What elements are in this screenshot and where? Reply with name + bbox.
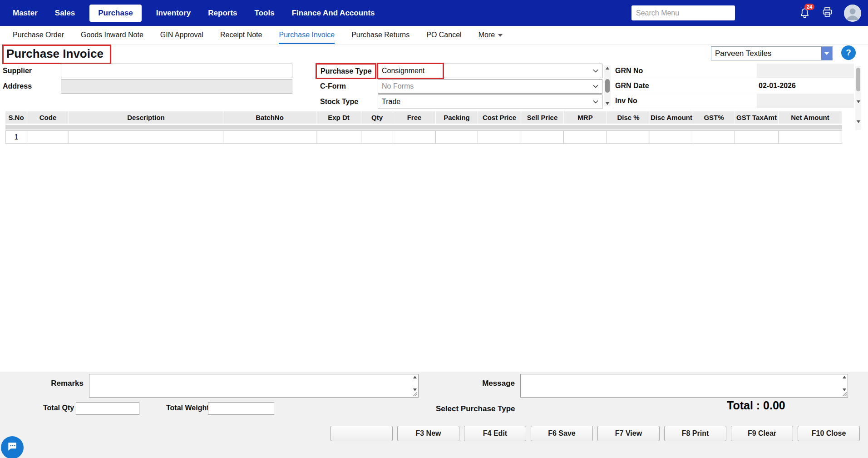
f7-view-button[interactable]: F7 View (597, 426, 660, 441)
grn-date-label: GRN Date (612, 79, 757, 93)
subnav-item-purchase-returns[interactable]: Purchase Returns (351, 26, 409, 44)
nav-item-inventory[interactable]: Inventory (156, 9, 191, 18)
col-header-gst-pct: GST% (693, 111, 735, 124)
cell-sell-price[interactable] (521, 130, 564, 144)
f9-clear-button[interactable]: F9 Clear (731, 426, 793, 441)
cell-code[interactable] (27, 130, 69, 144)
right-panel-scrollbar[interactable] (855, 66, 861, 130)
company-select[interactable]: Parveen Textiles (711, 46, 833, 60)
footer-panel: Remarks Message Total Qty Total Weight S… (0, 372, 868, 458)
scrollbar-thumb[interactable] (856, 68, 860, 91)
f3-new-button[interactable]: F3 New (397, 426, 459, 441)
scroll-down-icon[interactable] (843, 388, 846, 391)
cell-net-amount[interactable] (779, 130, 842, 144)
grn-date-value[interactable]: 02-01-2026 (757, 79, 854, 93)
subnav-item-goods-inward-note[interactable]: Goods Inward Note (81, 26, 143, 44)
scroll-up-icon[interactable] (606, 67, 609, 70)
col-header-disc-amount: Disc Amount (650, 111, 693, 124)
col-header-disc-pct: Disc % (607, 111, 650, 124)
total-qty-label: Total Qty (43, 404, 74, 412)
stock-type-select[interactable]: Trade (378, 95, 602, 109)
select-chevron-icon (593, 70, 598, 73)
f4-edit-button[interactable]: F4 Edit (464, 426, 526, 441)
cell-disc-pct[interactable] (607, 130, 650, 144)
company-dropdown-button[interactable] (821, 47, 832, 60)
invoice-form: Supplier Address Purchase Type Consignme… (0, 63, 868, 111)
avatar[interactable] (844, 5, 861, 22)
subnav-item-gin-approval[interactable]: GIN Approval (160, 26, 203, 44)
avatar-icon (844, 15, 861, 22)
notifications-button[interactable]: 24 (799, 7, 810, 19)
resize-grip-icon[interactable] (413, 392, 418, 397)
purchase-sub-nav: Purchase Order Goods Inward Note GIN App… (0, 26, 868, 45)
company-dropdown-icon (824, 52, 829, 55)
cell-mrp[interactable] (564, 130, 607, 144)
nav-item-finance-and-accounts[interactable]: Finance And Accounts (292, 9, 375, 18)
remarks-textarea[interactable] (89, 374, 419, 398)
nav-item-sales[interactable]: Sales (55, 9, 75, 18)
f6-save-button[interactable]: F6 Save (531, 426, 593, 441)
grn-panel-scrollbar[interactable] (604, 65, 611, 106)
col-header-gst-taxamt: GST TaxAmt (735, 111, 779, 124)
f10-close-button[interactable]: F10 Close (798, 426, 860, 441)
purchase-type-label-highlight: Purchase Type (316, 63, 376, 79)
blank-button[interactable] (330, 426, 393, 441)
scroll-up-icon[interactable] (843, 376, 846, 378)
cell-cost-price[interactable] (478, 130, 521, 144)
c-form-select[interactable]: No Forms (378, 79, 602, 94)
cell-exp-dt[interactable] (316, 130, 361, 144)
cell-description[interactable] (69, 130, 223, 144)
cell-packing[interactable] (436, 130, 478, 144)
f8-print-button[interactable]: F8 Print (664, 426, 726, 441)
subnav-item-po-cancel[interactable]: PO Cancel (426, 26, 461, 44)
inv-no-value[interactable] (757, 94, 854, 108)
cell-free[interactable] (393, 130, 436, 144)
nav-item-master[interactable]: Master (13, 9, 38, 18)
col-header-sell-price: Sell Price (521, 111, 564, 124)
help-button[interactable]: ? (841, 45, 856, 60)
table-row: 1 (5, 130, 842, 144)
select-chevron-icon (593, 85, 598, 88)
nav-item-tools[interactable]: Tools (255, 9, 275, 18)
scrollbar-thumb[interactable] (605, 79, 610, 93)
print-button[interactable] (822, 7, 833, 20)
col-header-code: Code (27, 111, 69, 124)
chat-widget-button[interactable] (1, 436, 24, 458)
resize-grip-icon[interactable] (842, 392, 847, 397)
subnav-item-purchase-order[interactable]: Purchase Order (13, 26, 64, 44)
scroll-down-icon[interactable] (413, 388, 417, 391)
total-weight-input[interactable] (208, 402, 274, 415)
scroll-down-icon[interactable] (857, 120, 860, 123)
cell-sno[interactable]: 1 (5, 130, 27, 144)
bell-icon (799, 13, 810, 20)
scroll-down-icon[interactable] (606, 102, 609, 105)
cell-disc-amount[interactable] (650, 130, 693, 144)
nav-item-purchase[interactable]: Purchase (89, 5, 142, 22)
cell-qty[interactable] (361, 130, 393, 144)
purchase-type-select[interactable]: Consignment (378, 64, 602, 78)
subnav-item-receipt-note[interactable]: Receipt Note (220, 26, 262, 44)
invoice-total: Total : 0.00 (727, 399, 785, 412)
subnav-item-purchase-invoice[interactable]: Purchase Invoice (279, 26, 335, 44)
message-textarea[interactable] (520, 374, 848, 398)
grn-no-label: GRN No (612, 64, 757, 78)
company-select-value: Parveen Textiles (711, 49, 821, 58)
total-weight-label: Total Weight (166, 404, 209, 412)
search-input[interactable] (631, 5, 735, 20)
address-input[interactable] (61, 79, 292, 94)
col-header-batchno: BatchNo (223, 111, 316, 124)
subnav-item-more[interactable]: More (478, 26, 503, 44)
cell-gst-pct[interactable] (693, 130, 735, 144)
chat-icon (6, 441, 18, 454)
nav-item-reports[interactable]: Reports (208, 9, 237, 18)
cell-batchno[interactable] (223, 130, 316, 144)
items-table: S.No Code Description BatchNo Exp Dt Qty… (5, 111, 842, 144)
total-qty-input[interactable] (76, 402, 139, 415)
cell-gst-taxamt[interactable] (735, 130, 779, 144)
supplier-input[interactable] (61, 64, 292, 78)
grn-no-value[interactable] (757, 64, 854, 78)
col-header-packing: Packing (436, 111, 478, 124)
scroll-up-icon[interactable] (413, 376, 417, 378)
scroll-down-icon[interactable] (857, 100, 860, 103)
page-header: Purchase Invoice Parveen Textiles ? (0, 45, 868, 65)
